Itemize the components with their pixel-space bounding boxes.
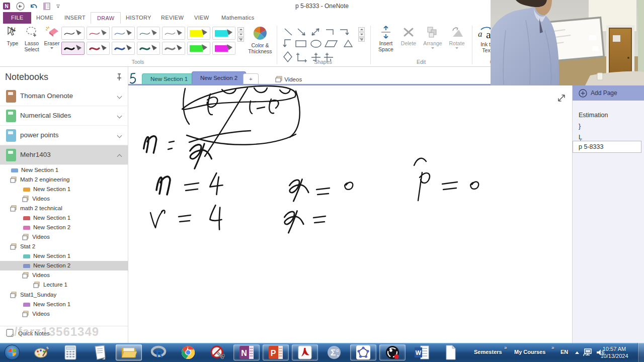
pin-icon[interactable] — [116, 73, 123, 81]
insert-space-button[interactable]: Insert Space — [375, 26, 396, 52]
pen-thick-black-selected[interactable] — [61, 42, 85, 55]
full-page-view-icon[interactable] — [557, 94, 566, 103]
add-page-button[interactable]: Add Page — [573, 85, 644, 101]
tree-item-group[interactable]: math 2 technical — [0, 204, 128, 213]
rotate-button[interactable]: Rotate — [446, 26, 468, 51]
taskbar-notepad[interactable] — [87, 344, 113, 360]
taskbar-new-document[interactable] — [438, 344, 464, 360]
chevron-down-icon[interactable] — [117, 114, 122, 119]
tree-item-section[interactable]: New Section 1 — [0, 185, 128, 194]
lasso-select-button[interactable]: Lasso Select — [22, 26, 41, 52]
taskbar-geogebra[interactable] — [350, 344, 376, 360]
tree-item-group[interactable]: Videos — [0, 309, 128, 319]
page-item-selected[interactable]: p 5-8333 — [573, 141, 641, 153]
tab-file[interactable]: FILE — [3, 12, 31, 24]
shapes-more-icon[interactable] — [358, 37, 365, 42]
highlighter-magenta[interactable] — [212, 42, 235, 55]
show-desktop-button[interactable] — [637, 343, 644, 362]
tab-insert[interactable]: INSERT — [58, 12, 92, 24]
toolbar-semesters-chevron[interactable]: » — [504, 345, 507, 350]
show-hidden-icons-icon[interactable] — [575, 351, 580, 354]
pen-thin-red[interactable] — [87, 27, 110, 40]
page-canvas[interactable] — [128, 85, 572, 343]
tree-item-section[interactable]: New Section 2 — [0, 223, 128, 232]
tab-mathematics[interactable]: Mathematics — [215, 12, 261, 24]
taskbar-r-project[interactable]: R — [146, 344, 172, 360]
page-item-ink-mark[interactable]: Ļ — [579, 134, 582, 141]
highlighter-yellow[interactable] — [187, 27, 210, 40]
taskbar-math-sigma[interactable]: Σα+ — [321, 344, 347, 360]
pen-thin-blue[interactable] — [112, 27, 135, 40]
tab-history[interactable]: HISTORY — [120, 12, 157, 24]
chevron-up-icon[interactable] — [117, 154, 122, 159]
pen-thick-red[interactable] — [87, 42, 110, 55]
pen-thick-gray[interactable] — [162, 42, 185, 55]
highlighter-cyan[interactable] — [212, 27, 235, 40]
taskbar-snipping-tool[interactable] — [204, 344, 230, 360]
pen-thin-green[interactable] — [137, 27, 160, 40]
shapes-scroll[interactable] — [358, 27, 365, 42]
chevron-down-icon[interactable] — [117, 94, 122, 99]
tab-review[interactable]: REVIEW — [155, 12, 190, 24]
pen-gallery-more-icon[interactable] — [237, 37, 244, 42]
notebook-mehr1403[interactable]: Mehr1403 — [0, 145, 128, 165]
tree-item-group[interactable]: Videos — [0, 232, 128, 242]
shapes-scroll-up-icon[interactable] — [358, 27, 365, 32]
taskbar-powerpoint[interactable]: P — [263, 344, 289, 360]
tab-home[interactable]: HOME — [30, 12, 59, 24]
delete-button[interactable]: Delete — [397, 26, 420, 46]
tree-item-section[interactable]: New Section 1 — [0, 213, 128, 223]
type-button[interactable]: IA Type — [3, 26, 22, 46]
taskbar-obs[interactable] — [379, 344, 406, 360]
taskbar-word[interactable]: W — [409, 344, 435, 360]
toolbar-my-courses[interactable]: My Courses — [514, 349, 545, 355]
eraser-button[interactable]: Eraser — [42, 26, 61, 51]
pen-thick-green[interactable] — [137, 42, 160, 55]
pen-scroll-down-icon[interactable] — [237, 32, 244, 37]
tree-item-group[interactable]: Lecture 1 — [0, 280, 128, 290]
tree-item-section[interactable]: New Section 1 — [0, 165, 128, 175]
pen-thick-blue[interactable] — [112, 42, 135, 55]
shapes-scroll-down-icon[interactable] — [358, 32, 365, 37]
section-tab-new-section-2-active[interactable]: New Section 2 — [192, 71, 246, 84]
taskbar-acrobat[interactable] — [292, 344, 318, 360]
color-thickness-button[interactable]: Color & Thickness — [246, 26, 275, 54]
notebook-power-points[interactable]: power points — [0, 126, 128, 145]
taskbar-paint[interactable] — [28, 344, 54, 360]
network-icon[interactable] — [583, 348, 593, 357]
taskbar-calculator[interactable] — [57, 344, 84, 360]
pen-thin-black[interactable] — [61, 27, 85, 40]
taskbar-clock[interactable]: 10:57 AM 10/13/2024 — [596, 345, 633, 359]
section-tab-new-section-1[interactable]: New Section 1 — [142, 73, 196, 84]
language-indicator[interactable]: EN — [560, 349, 568, 355]
tree-item-group[interactable]: Videos — [0, 194, 128, 204]
quick-notes[interactable]: Quick Notes — [0, 326, 128, 340]
pen-scroll-up-icon[interactable] — [237, 27, 244, 32]
tab-draw[interactable]: DRAW — [91, 12, 121, 24]
notebook-numerical-slides[interactable]: Numerical Slides — [0, 106, 128, 126]
start-button[interactable] — [1, 344, 23, 360]
page-item-brace[interactable]: } — [579, 123, 581, 130]
notebook-thoman-onenote[interactable]: Thoman Onenote — [0, 86, 128, 106]
tree-item-group[interactable]: Stat 2 — [0, 242, 128, 251]
tree-item-group[interactable]: Math 2 engineering — [0, 175, 128, 185]
chevron-down-icon[interactable] — [117, 133, 122, 138]
tree-item-group[interactable]: Stat1_Sunday — [0, 290, 128, 300]
taskbar-explorer[interactable] — [116, 344, 142, 360]
add-section-tab[interactable]: + — [243, 73, 259, 84]
tab-view[interactable]: VIEW — [188, 12, 215, 24]
tree-item-section-selected[interactable]: New Section 2 — [0, 261, 128, 270]
tree-item-section[interactable]: New Section 1 — [0, 251, 128, 261]
pen-thin-gray[interactable] — [162, 27, 185, 40]
toolbar-my-courses-chevron[interactable]: » — [551, 345, 554, 350]
taskbar-onenote[interactable]: N — [233, 344, 260, 360]
taskbar-chrome[interactable] — [175, 344, 201, 360]
videos-section-group[interactable]: Videos — [275, 76, 302, 82]
tree-item-group[interactable]: Videos — [0, 270, 128, 280]
toolbar-semesters[interactable]: Semesters — [474, 349, 502, 355]
arrange-button[interactable]: Arrange — [421, 26, 445, 51]
tree-item-section[interactable]: New Section 1 — [0, 300, 128, 309]
pen-gallery-scroll[interactable] — [237, 27, 244, 42]
highlighter-green[interactable] — [187, 42, 210, 55]
page-item-estimation[interactable]: Estimation — [579, 112, 608, 119]
